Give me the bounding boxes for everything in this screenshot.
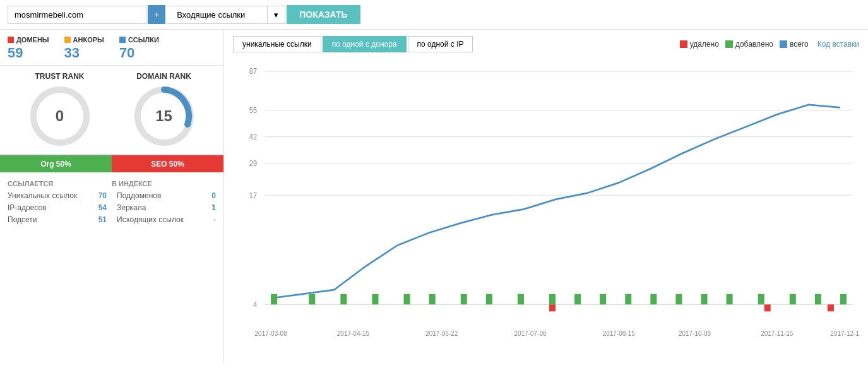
- svg-rect-25: [518, 294, 524, 305]
- outgoing-label: Исходящих ссылок: [117, 215, 184, 224]
- domains-value: 59: [8, 45, 49, 61]
- svg-rect-26: [549, 294, 556, 305]
- legend-total: всего: [780, 40, 809, 49]
- section-header-row: ССЫЛАЕТСЯ В ИНДЕКСЕ: [8, 180, 216, 187]
- svg-rect-27: [574, 294, 581, 305]
- svg-text:2017-03-08: 2017-03-08: [255, 329, 287, 337]
- mirrors-value: 1: [211, 203, 216, 212]
- subdomains-value: 0: [211, 191, 216, 200]
- trust-rank-circle: 0: [28, 85, 92, 148]
- svg-rect-31: [675, 294, 682, 305]
- svg-rect-34: [758, 294, 764, 305]
- domain-rank-block: DOMAIN RANK 15: [112, 72, 216, 148]
- svg-rect-17: [271, 294, 277, 305]
- svg-text:42: 42: [249, 133, 257, 141]
- svg-rect-28: [600, 294, 606, 305]
- svg-rect-3: [725, 40, 733, 48]
- anchors-dot: [64, 37, 71, 43]
- svg-rect-19: [340, 294, 347, 305]
- unique-links-row: Уникальных ссылок 70 Поддоменов 0: [8, 191, 216, 200]
- svg-text:29: 29: [249, 159, 257, 167]
- svg-rect-38: [549, 304, 556, 311]
- subnets-label: Подсети: [8, 215, 37, 224]
- link-type-dropdown[interactable]: Входящие ссылки: [167, 6, 268, 24]
- trust-rank-title: TRUST RANK: [8, 72, 112, 81]
- domain-rank-circle: 15: [133, 85, 196, 148]
- org-progress: Org 50%: [0, 155, 112, 172]
- svg-rect-39: [764, 304, 771, 311]
- subnets-row: Подсети 51 Исходящих ссылок -: [8, 215, 216, 224]
- svg-text:2017-05-22: 2017-05-22: [425, 329, 458, 337]
- svg-rect-20: [372, 294, 378, 305]
- svg-text:4: 4: [253, 300, 258, 309]
- domain-input[interactable]: [8, 6, 146, 24]
- links-stat: ССЫЛКИ 70: [119, 36, 159, 61]
- deleted-label: удалено: [690, 40, 719, 49]
- svg-rect-37: [840, 294, 847, 305]
- tab-one-per-donor[interactable]: по одной с донора: [323, 36, 407, 52]
- bottom-stats: ССЫЛАЕТСЯ В ИНДЕКСЕ Уникальных ссылок 70…: [0, 172, 223, 232]
- svg-text:2017-04-15: 2017-04-15: [337, 329, 369, 337]
- svg-rect-22: [429, 294, 436, 305]
- svg-text:2017-11-15: 2017-11-15: [761, 329, 793, 337]
- progress-bar: Org 50% SEO 50%: [0, 155, 223, 172]
- trust-rank-value: 0: [56, 107, 64, 125]
- svg-rect-30: [650, 294, 657, 305]
- total-label: всего: [790, 40, 809, 49]
- add-button[interactable]: +: [148, 5, 165, 24]
- links-label: ССЫЛКИ: [128, 36, 159, 44]
- svg-rect-36: [815, 294, 821, 305]
- subdomains-label: Поддоменов: [117, 191, 161, 200]
- chart-legend: удалено добавлено всего Код вставки: [680, 40, 859, 49]
- domain-rank-title: DOMAIN RANK: [112, 72, 216, 81]
- links-dot: [119, 37, 126, 43]
- chart-controls: уникальные ссылки по одной с донора по о…: [233, 36, 859, 52]
- svg-rect-21: [404, 294, 410, 305]
- svg-rect-23: [461, 294, 467, 305]
- right-panel: уникальные ссылки по одной с донора по о…: [224, 30, 868, 363]
- trust-rank-block: TRUST RANK 0: [8, 72, 112, 148]
- ip-row: IP-адресов 54 Зеркала 1: [8, 203, 216, 212]
- svg-text:2017-12-17: 2017-12-17: [830, 329, 859, 337]
- section2-header: В ИНДЕКСЕ: [112, 180, 216, 187]
- subnets-value: 51: [98, 215, 107, 224]
- domains-stat: ДОМЕНЫ 59: [8, 36, 49, 61]
- svg-rect-40: [828, 304, 834, 311]
- svg-rect-24: [486, 294, 492, 305]
- domains-label: ДОМЕНЫ: [16, 36, 49, 44]
- deleted-icon: [680, 40, 687, 48]
- main-layout: ДОМЕНЫ 59 АНКОРЫ 33 ССЫЛКИ 70: [0, 30, 868, 363]
- ip-label: IP-адресов: [8, 203, 47, 212]
- domain-rank-value: 15: [155, 107, 172, 125]
- svg-rect-33: [727, 294, 733, 305]
- anchors-stat: АНКОРЫ 33: [64, 36, 104, 61]
- mirrors-label: Зеркала: [117, 203, 146, 212]
- svg-text:17: 17: [249, 191, 257, 199]
- total-icon: [780, 40, 787, 48]
- seo-progress: SEO 50%: [112, 155, 223, 172]
- svg-rect-2: [680, 40, 687, 48]
- left-panel: ДОМЕНЫ 59 АНКОРЫ 33 ССЫЛКИ 70: [0, 30, 224, 363]
- svg-rect-4: [780, 40, 787, 48]
- domains-dot: [8, 37, 14, 43]
- svg-rect-35: [790, 294, 796, 305]
- unique-links-label: Уникальных ссылок: [8, 191, 77, 200]
- links-value: 70: [119, 45, 159, 61]
- tab-one-per-ip[interactable]: по одной с IP: [408, 36, 473, 52]
- anchors-value: 33: [64, 45, 104, 61]
- anchors-label: АНКОРЫ: [73, 36, 104, 44]
- added-icon: [725, 40, 733, 48]
- show-button[interactable]: ПОКАЗАТЬ: [287, 5, 360, 24]
- code-link[interactable]: Код вставки: [817, 40, 859, 49]
- section1-header: ССЫЛАЕТСЯ: [8, 180, 112, 187]
- tab-unique-links[interactable]: уникальные ссылки: [233, 36, 321, 52]
- added-label: добавлено: [735, 40, 773, 49]
- dropdown-arrow-button[interactable]: ▾: [268, 6, 285, 24]
- svg-text:2017-10-08: 2017-10-08: [679, 329, 711, 337]
- svg-text:2017-07-08: 2017-07-08: [514, 329, 546, 337]
- chart-container: 87 55 42 29 17 4: [233, 57, 859, 357]
- svg-text:55: 55: [249, 107, 257, 115]
- ip-value: 54: [98, 203, 107, 212]
- svg-rect-29: [625, 294, 631, 305]
- svg-rect-18: [309, 294, 315, 305]
